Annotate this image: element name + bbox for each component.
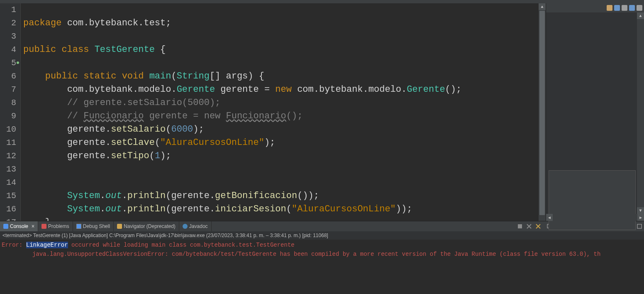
console-output[interactable]: Error: LinkageError occurred while loadi… <box>0 240 644 294</box>
keyword: class <box>61 44 89 55</box>
remove-all-button[interactable] <box>534 223 542 230</box>
tab-label: Console <box>10 223 28 229</box>
svg-rect-11 <box>637 224 642 228</box>
method-call: iniciarSesion <box>215 204 286 214</box>
brace: } <box>45 217 51 221</box>
number-literal: 6000 <box>171 124 193 135</box>
paren: ( <box>171 71 176 81</box>
tab-navigator[interactable]: Navigator (Deprecated) <box>114 221 179 231</box>
keyword: static <box>83 71 116 81</box>
line-number: 16 <box>6 204 16 214</box>
console-selection: LinkageError <box>26 242 68 248</box>
error-prefix: Error: <box>2 242 26 248</box>
collapse-icon[interactable] <box>629 5 635 11</box>
line-number: 11 <box>6 138 16 147</box>
line-number: 13 <box>6 164 16 174</box>
navigator-icon <box>117 224 122 229</box>
brackets: [] <box>210 71 220 81</box>
console-process-header: <terminated> TestGerente (1) [Java Appli… <box>0 231 644 240</box>
scrollbar-thumb[interactable] <box>539 11 545 215</box>
line-number: 6 <box>11 71 16 81</box>
debug-shell-icon <box>76 224 81 229</box>
link-editor-icon[interactable] <box>622 5 627 11</box>
line-number: 7 <box>11 85 16 94</box>
method-call: setTipo <box>111 151 149 161</box>
class-name: TestGerente <box>95 44 155 55</box>
scroll-right-icon[interactable]: ▶ <box>637 214 644 221</box>
method-marker-icon <box>17 61 19 64</box>
bottom-panel: Console × Problems Debug Shell Navigator… <box>0 221 644 294</box>
line-number: 1 <box>11 5 16 15</box>
type: String <box>177 71 210 81</box>
method-call: setSalario <box>111 124 166 135</box>
line-number: 12 <box>6 151 16 161</box>
terminate-button[interactable] <box>516 223 524 230</box>
close-icon[interactable]: × <box>32 223 34 229</box>
line-number: 3 <box>11 32 16 41</box>
field: out <box>105 204 122 214</box>
keyword: new <box>275 84 292 95</box>
outline-highlight <box>549 170 636 230</box>
semicolon: ; <box>456 84 461 95</box>
maximize-view-button[interactable] <box>636 223 643 230</box>
tab-problems[interactable]: Problems <box>38 221 73 231</box>
identifier: gerente <box>171 204 209 214</box>
paren: ) { <box>248 71 264 81</box>
line-number: 9 <box>11 111 16 121</box>
sort-icon[interactable] <box>607 5 612 11</box>
menu-icon[interactable] <box>637 5 642 11</box>
tab-label: Problems <box>48 223 69 229</box>
filter-icon[interactable] <box>614 5 620 11</box>
line-number: 10 <box>6 125 16 134</box>
string-literal: "AluraCursosOnLine" <box>160 137 264 148</box>
scroll-left-icon[interactable]: ◀ <box>546 214 553 221</box>
outline-toolbar[interactable] <box>546 3 644 12</box>
operator: = <box>264 84 270 95</box>
field: out <box>105 191 122 201</box>
type: System <box>67 204 100 214</box>
line-number: 5 <box>11 58 16 68</box>
line-number-gutter: 1 2 3 4 5 6 7 8 9 10 11 12 13 14 15 16 1… <box>0 3 21 221</box>
paren: () <box>445 84 456 95</box>
string-literal: "AluraCursosOnLine" <box>292 204 396 214</box>
method-call: getBonificacion <box>215 191 297 201</box>
tab-label: Navigator (Deprecated) <box>124 223 176 229</box>
keyword: package <box>23 18 61 28</box>
javadoc-icon <box>183 224 188 229</box>
code-area[interactable]: package com.bytebanck.test; public class… <box>21 3 539 221</box>
outline-content[interactable] <box>546 12 644 221</box>
line-number: 14 <box>6 178 16 187</box>
param: args <box>226 71 248 81</box>
type: Gerente <box>407 84 445 95</box>
keyword: public <box>23 44 56 55</box>
type: Gerente <box>177 84 215 95</box>
svg-rect-0 <box>518 224 522 228</box>
line-number: 2 <box>11 18 16 28</box>
editor-tab-strip[interactable] <box>0 0 644 3</box>
tab-debug-shell[interactable]: Debug Shell <box>73 221 114 231</box>
code-editor[interactable]: 1 2 3 4 5 6 7 8 9 10 11 12 13 14 15 16 1… <box>0 3 546 221</box>
identifier: gerente <box>67 124 105 135</box>
bottom-view-tabs: Console × Problems Debug Shell Navigator… <box>0 221 644 231</box>
keyword: void <box>122 71 144 81</box>
editor-vertical-scrollbar[interactable]: ▲ ▼ <box>539 3 546 221</box>
tab-label: Debug Shell <box>83 223 110 229</box>
outline-horizontal-scrollbar[interactable]: ◀ ▶ <box>546 214 644 221</box>
identifier: gerente <box>220 84 259 95</box>
console-icon <box>3 224 8 229</box>
number-literal: 1 <box>155 151 160 161</box>
method-call: println <box>127 191 166 201</box>
scroll-down-icon[interactable]: ▼ <box>637 207 644 214</box>
identifier: gerente <box>171 191 209 201</box>
line-number: 17 <box>6 218 16 221</box>
identifier: gerente <box>67 151 105 161</box>
tab-console[interactable]: Console × <box>0 221 38 231</box>
remove-launch-button[interactable] <box>525 223 533 230</box>
tab-label: Javadoc <box>189 223 208 229</box>
scroll-up-icon[interactable]: ▲ <box>539 3 546 10</box>
method-call: println <box>127 204 166 214</box>
tab-javadoc[interactable]: Javadoc <box>179 221 212 231</box>
scroll-up-icon[interactable]: ▲ <box>637 12 644 19</box>
outline-vertical-scrollbar[interactable]: ▲ ▼ <box>637 12 644 214</box>
type: System <box>67 191 100 201</box>
